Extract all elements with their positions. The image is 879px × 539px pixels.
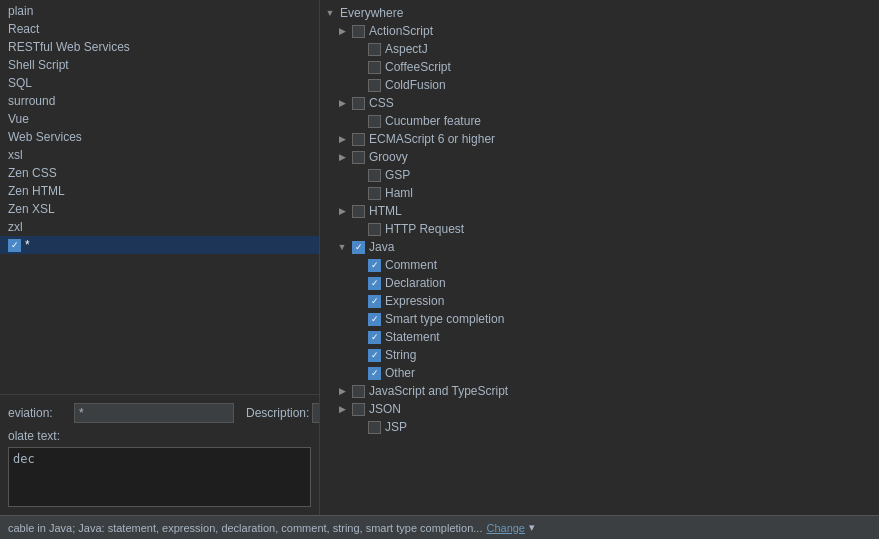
tree-item[interactable]: Other [320, 364, 879, 382]
tree-checkbox[interactable] [368, 115, 381, 128]
tree-checkbox[interactable] [368, 349, 381, 362]
tree-item[interactable]: Java [320, 238, 879, 256]
expand-arrow[interactable] [324, 7, 336, 19]
tree-checkbox[interactable] [368, 223, 381, 236]
list-item[interactable]: Web Services [0, 128, 319, 146]
template-list[interactable]: plainReactRESTful Web ServicesShell Scri… [0, 0, 319, 394]
list-item[interactable]: Zen XSL [0, 200, 319, 218]
tree-item[interactable]: AspectJ [320, 40, 879, 58]
tree-item-label: Comment [385, 258, 437, 272]
tree-checkbox[interactable] [368, 169, 381, 182]
description-input[interactable] [312, 403, 320, 423]
list-item-label: React [8, 22, 39, 36]
tree-item[interactable]: Groovy [320, 148, 879, 166]
expand-arrow[interactable] [336, 385, 348, 397]
tree-item[interactable]: Cucumber feature [320, 112, 879, 130]
list-item-label: plain [8, 4, 33, 18]
tree-item[interactable]: JSP [320, 418, 879, 436]
tree-item[interactable]: ActionScript [320, 22, 879, 40]
tree-item-label: ECMAScript 6 or higher [369, 132, 495, 146]
list-item[interactable]: * [0, 236, 319, 254]
list-item[interactable]: surround [0, 92, 319, 110]
tree-item-label: CSS [369, 96, 394, 110]
tree-checkbox[interactable] [352, 151, 365, 164]
list-item-label: Zen HTML [8, 184, 65, 198]
tree-checkbox[interactable] [352, 205, 365, 218]
tree-item[interactable]: CSS [320, 94, 879, 112]
tree-item[interactable]: JavaScript and TypeScript [320, 382, 879, 400]
tree-item[interactable]: Comment [320, 256, 879, 274]
tree-checkbox[interactable] [368, 313, 381, 326]
list-item-label: zxl [8, 220, 23, 234]
tree-checkbox[interactable] [368, 295, 381, 308]
checkbox[interactable] [8, 239, 21, 252]
list-item-label: SQL [8, 76, 32, 90]
tree-item[interactable]: Haml [320, 184, 879, 202]
change-link[interactable]: Change [486, 522, 525, 534]
tree-item[interactable]: HTML [320, 202, 879, 220]
tree-item-label: Everywhere [340, 6, 403, 20]
tree-item-label: ColdFusion [385, 78, 446, 92]
tree-item-label: String [385, 348, 416, 362]
status-bar: cable in Java; Java: statement, expressi… [0, 515, 879, 539]
abbreviation-input[interactable] [74, 403, 234, 423]
tree-item[interactable]: Statement [320, 328, 879, 346]
list-item[interactable]: Zen CSS [0, 164, 319, 182]
list-item[interactable]: Zen HTML [0, 182, 319, 200]
status-text: cable in Java; Java: statement, expressi… [8, 522, 482, 534]
tree-item-label: Groovy [369, 150, 408, 164]
list-item-label: * [25, 238, 30, 252]
list-item[interactable]: Vue [0, 110, 319, 128]
list-item-label: Zen XSL [8, 202, 55, 216]
tree-item[interactable]: Everywhere [320, 4, 879, 22]
tree-checkbox[interactable] [352, 385, 365, 398]
tree-checkbox[interactable] [368, 421, 381, 434]
tree-item-label: ActionScript [369, 24, 433, 38]
tree-checkbox[interactable] [368, 79, 381, 92]
tree-item-label: AspectJ [385, 42, 428, 56]
tree-item[interactable]: ECMAScript 6 or higher [320, 130, 879, 148]
tree-checkbox[interactable] [368, 331, 381, 344]
tree-checkbox[interactable] [352, 403, 365, 416]
expand-arrow[interactable] [336, 205, 348, 217]
tree-item[interactable]: ColdFusion [320, 76, 879, 94]
tree-checkbox[interactable] [352, 133, 365, 146]
tree-item[interactable]: JSON [320, 400, 879, 418]
tree-checkbox[interactable] [352, 97, 365, 110]
tree-checkbox[interactable] [352, 25, 365, 38]
expand-arrow[interactable] [336, 133, 348, 145]
tree-item[interactable]: String [320, 346, 879, 364]
list-item[interactable]: Shell Script [0, 56, 319, 74]
tree-item[interactable]: Expression [320, 292, 879, 310]
expand-arrow[interactable] [336, 151, 348, 163]
tree-checkbox[interactable] [368, 259, 381, 272]
expand-arrow[interactable] [336, 403, 348, 415]
expand-arrow[interactable] [336, 25, 348, 37]
list-item[interactable]: zxl [0, 218, 319, 236]
tree-checkbox[interactable] [368, 277, 381, 290]
tree-checkbox[interactable] [368, 61, 381, 74]
list-item-label: Shell Script [8, 58, 69, 72]
tree-item[interactable]: HTTP Request [320, 220, 879, 238]
tree-item[interactable]: CoffeeScript [320, 58, 879, 76]
list-item[interactable]: plain [0, 2, 319, 20]
tree-item[interactable]: GSP [320, 166, 879, 184]
expand-arrow[interactable] [336, 97, 348, 109]
tree-item-label: Expression [385, 294, 444, 308]
tree-checkbox[interactable] [368, 187, 381, 200]
tree-checkbox[interactable] [368, 367, 381, 380]
list-item[interactable]: React [0, 20, 319, 38]
list-item-label: xsl [8, 148, 23, 162]
description-label: Description: [246, 406, 306, 420]
expand-arrow[interactable] [336, 241, 348, 253]
tree-checkbox[interactable] [368, 43, 381, 56]
tree-checkbox[interactable] [352, 241, 365, 254]
tree-item-label: Smart type completion [385, 312, 504, 326]
list-item[interactable]: SQL [0, 74, 319, 92]
template-editor[interactable]: dec [8, 447, 311, 507]
tree-item[interactable]: Declaration [320, 274, 879, 292]
list-item-label: Web Services [8, 130, 82, 144]
list-item[interactable]: RESTful Web Services [0, 38, 319, 56]
list-item[interactable]: xsl [0, 146, 319, 164]
tree-item[interactable]: Smart type completion [320, 310, 879, 328]
